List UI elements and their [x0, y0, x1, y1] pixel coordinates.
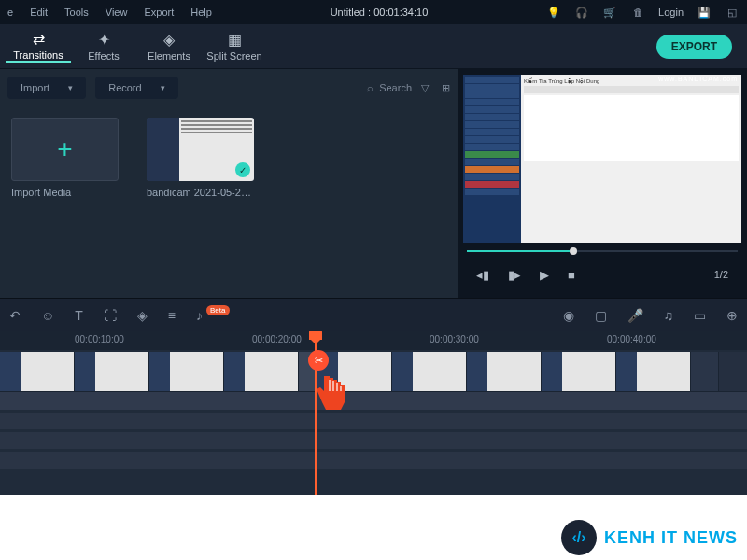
- track-empty[interactable]: [0, 432, 747, 449]
- import-media-tile[interactable]: + Import Media: [11, 118, 119, 198]
- media-panel: Import ▾ Record ▾ ⌕ Search ▽ ⊞: [0, 69, 458, 298]
- time-mark: 00:00:10:00: [75, 334, 124, 344]
- import-label: Import Media: [11, 187, 119, 198]
- prev-frame-button[interactable]: ◂▮: [476, 268, 489, 282]
- clip-counter: 1/2: [714, 269, 728, 280]
- timeline-clip[interactable]: [224, 352, 299, 391]
- tab-elements[interactable]: ◈ Elements: [136, 31, 202, 62]
- site-watermark: ‹/› KENH IT NEWS: [561, 520, 738, 555]
- search-icon: ⌕: [367, 82, 374, 93]
- track-empty[interactable]: [0, 452, 747, 469]
- timeline-clip[interactable]: [616, 352, 691, 391]
- video-track[interactable]: [0, 352, 747, 391]
- timeline-clip[interactable]: [691, 352, 719, 391]
- split-screen-icon: ▦: [202, 31, 267, 49]
- timeline[interactable]: 00:00:10:00 00:00:20:00 00:00:30:00 00:0…: [0, 331, 747, 495]
- timeline-clip[interactable]: [467, 352, 542, 391]
- menu-edit[interactable]: Edit: [30, 7, 48, 18]
- split-marker[interactable]: ✂: [308, 350, 329, 371]
- preview-screen[interactable]: Kiểm Tra Trùng Lặp Nội Dung www.BANDICAM…: [463, 75, 741, 243]
- timeline-clip[interactable]: [542, 352, 616, 391]
- beta-badge: Beta: [206, 305, 229, 315]
- cart-icon[interactable]: 🛒: [602, 5, 617, 20]
- headphone-icon[interactable]: 🎧: [574, 5, 589, 20]
- transitions-icon: ⇄: [6, 30, 71, 48]
- time-mark: 00:00:20:00: [252, 334, 302, 344]
- menu-help[interactable]: Help: [190, 7, 212, 18]
- main-toolbar: ⇄ Transitions ✦ Effects ◈ Elements ▦ Spl…: [0, 24, 747, 69]
- watermark-logo-icon: ‹/›: [561, 520, 597, 555]
- save-icon[interactable]: 💾: [697, 5, 712, 20]
- undo-icon[interactable]: ↶: [9, 308, 21, 323]
- stop-button[interactable]: ■: [568, 268, 575, 282]
- render-icon[interactable]: ◉: [563, 308, 574, 323]
- time-mark: 00:00:40:00: [607, 334, 656, 344]
- plus-icon: +: [57, 134, 72, 164]
- tab-transitions[interactable]: ⇄ Transitions: [6, 30, 71, 63]
- login-link[interactable]: Login: [658, 7, 684, 18]
- effects-icon: ✦: [71, 31, 136, 49]
- lightbulb-icon[interactable]: 💡: [546, 5, 561, 20]
- track-empty[interactable]: [0, 413, 747, 429]
- trash-icon[interactable]: 🗑: [630, 5, 645, 20]
- timeline-clip[interactable]: [75, 352, 149, 391]
- scissors-icon: ✂: [308, 350, 329, 371]
- search-input[interactable]: ⌕ Search: [367, 82, 412, 93]
- chevron-down-icon: ▾: [161, 83, 165, 92]
- time-mark: 00:00:30:00: [430, 334, 479, 344]
- next-frame-button[interactable]: ▮▸: [508, 268, 521, 282]
- tab-effects[interactable]: ✦ Effects: [71, 31, 136, 62]
- import-dropdown[interactable]: Import ▾: [7, 77, 86, 99]
- crop-icon[interactable]: ⛶: [104, 308, 117, 323]
- smiley-icon[interactable]: ☺: [41, 308, 54, 323]
- menu-file[interactable]: e: [7, 7, 13, 18]
- export-button[interactable]: EXPORT: [656, 35, 732, 59]
- timeline-clip[interactable]: [0, 352, 75, 391]
- check-icon: ✓: [235, 162, 250, 177]
- elements-icon: ◈: [136, 31, 202, 49]
- preview-panel: Kiểm Tra Trùng Lặp Nội Dung www.BANDICAM…: [458, 69, 747, 298]
- watermark-text: KENH IT NEWS: [604, 528, 738, 548]
- menu-tools[interactable]: Tools: [64, 7, 89, 18]
- filter-icon[interactable]: ▽: [421, 82, 429, 94]
- play-button[interactable]: ▶: [540, 268, 549, 282]
- window-icon[interactable]: ◱: [725, 5, 740, 20]
- bandicam-watermark: www.BANDICAM.com: [658, 76, 738, 82]
- cursor-hand-icon: [313, 369, 350, 415]
- clip-label: bandicam 2021-05-21 11...: [147, 187, 254, 198]
- playback-progress[interactable]: [463, 243, 741, 259]
- zoom-icon[interactable]: ⊕: [726, 308, 738, 323]
- media-clip-tile[interactable]: ✓ bandicam 2021-05-21 11...: [147, 118, 254, 198]
- mixer-icon[interactable]: ▭: [694, 308, 706, 323]
- sliders-icon[interactable]: ≡: [168, 308, 176, 323]
- music-icon[interactable]: ♫: [664, 308, 674, 323]
- menu-view[interactable]: View: [106, 7, 128, 18]
- tab-split-screen[interactable]: ▦ Split Screen: [202, 31, 267, 62]
- progress-handle[interactable]: [570, 247, 577, 255]
- marker-icon[interactable]: ▢: [595, 308, 607, 323]
- voiceover-icon[interactable]: 🎤: [627, 308, 643, 323]
- audio-icon[interactable]: ♪: [196, 308, 203, 323]
- titlebar: e Edit Tools View Export Help Untitled :…: [0, 0, 747, 24]
- timeline-clip[interactable]: [149, 352, 224, 391]
- timeline-clip[interactable]: [392, 352, 467, 391]
- menu-export[interactable]: Export: [144, 7, 174, 18]
- document-title: Untitled : 00:01:34:10: [229, 7, 529, 18]
- timeline-toolbar: ↶ ☺ T ⛶ ◈ ≡ ♪ Beta ◉ ▢ 🎤 ♫ ▭ ⊕: [0, 298, 747, 331]
- grid-view-icon[interactable]: ⊞: [442, 82, 450, 94]
- record-dropdown[interactable]: Record ▾: [95, 77, 177, 99]
- audio-track[interactable]: [0, 391, 747, 410]
- text-icon[interactable]: T: [75, 308, 83, 323]
- keyframe-icon[interactable]: ◈: [137, 308, 148, 323]
- chevron-down-icon: ▾: [68, 83, 73, 92]
- time-ruler[interactable]: 00:00:10:00 00:00:20:00 00:00:30:00 00:0…: [0, 331, 747, 350]
